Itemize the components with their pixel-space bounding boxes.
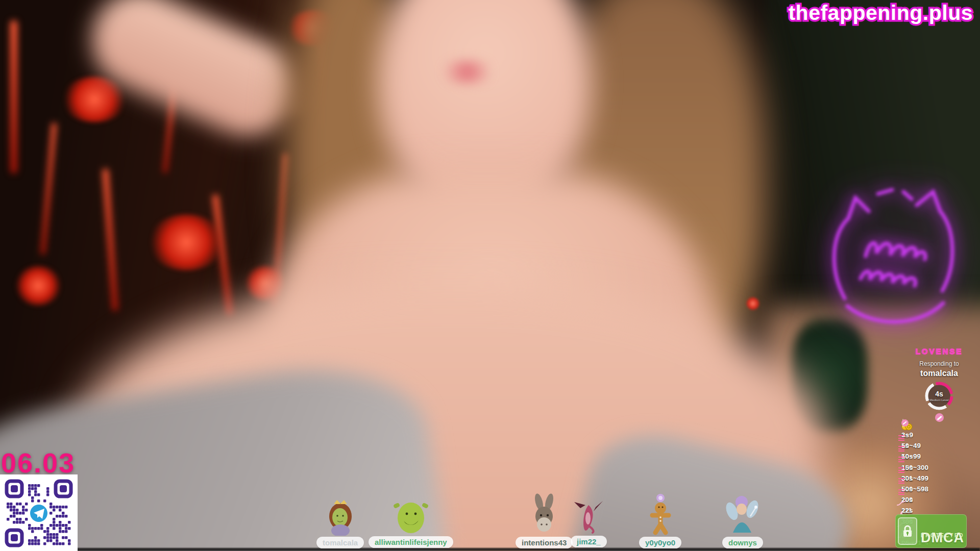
username-pill[interactable]: tomalcala	[316, 537, 364, 548]
username-pill[interactable]: jim22_	[571, 536, 607, 547]
date-overlay: 06.03	[1, 447, 75, 479]
tip-menu-row: 50~99 10s	[901, 451, 976, 462]
tip-menu-header	[901, 416, 976, 430]
chat-user: downys	[722, 494, 763, 548]
responding-username: tomalcala	[920, 369, 958, 378]
timer-sublabel: Medium Level	[925, 398, 953, 402]
username-pill[interactable]: y0y0yo0	[639, 537, 681, 548]
scene-lips-blur	[436, 60, 498, 84]
dmca-subtitle: PROTECTED	[921, 533, 964, 538]
scene-red-bokeh	[15, 265, 61, 306]
timer-value: 4s	[925, 390, 953, 398]
avatar-donkey-icon	[528, 493, 560, 536]
chat-user: jim22_	[571, 499, 607, 547]
avatar-shrek-icon	[391, 497, 430, 535]
lovense-widget: LOVENSE Responding to tomalcala 4s Mediu…	[900, 347, 978, 422]
scene-bottom-edge	[0, 548, 980, 551]
username-pill[interactable]: downys	[722, 537, 763, 548]
chat-user: alliwantinlifeisjenny	[369, 497, 453, 548]
toy-icon	[901, 419, 909, 427]
username-pill[interactable]: intentions43	[516, 537, 573, 548]
scene-red-bokeh	[61, 77, 128, 122]
username-pill[interactable]: alliwantinlifeisjenny	[369, 536, 453, 548]
responding-label: Responding to	[919, 360, 959, 367]
video-frame: thefappening.plus 06.03 LOVENSE Respondi…	[0, 0, 980, 551]
avatar-gingerbread-man-icon	[646, 493, 675, 536]
tip-menu-row: 100 20s	[901, 494, 976, 505]
scene-red-bokeh	[148, 214, 225, 270]
chat-user: intentions43	[516, 493, 573, 548]
avatar-fiona-icon	[324, 499, 357, 536]
qr-code[interactable]	[0, 474, 78, 551]
site-watermark: thefappening.plus	[788, 1, 973, 25]
avatar-dragon-icon	[573, 499, 604, 535]
scene-red-dot	[746, 297, 760, 310]
tip-menu-row: 38 10~50s ❋	[901, 548, 976, 551]
scene-tinsel-streak	[10, 20, 17, 173]
vibration-timer-ring: 4s Medium Level	[925, 382, 953, 410]
telegram-icon	[30, 505, 47, 522]
tip-menu-row: 301~499 30s	[901, 473, 976, 484]
scene-neon-sign	[817, 179, 970, 342]
tip-menu-row: 100~300 15s	[901, 462, 976, 473]
tip-menu-row: 10~49 5s	[901, 440, 976, 451]
avatar-fairy-godmother-icon	[725, 494, 761, 536]
tip-menu-row: 1~9 3s	[901, 430, 976, 440]
padlock-icon	[898, 517, 917, 545]
chat-user: y0y0yo0	[639, 493, 681, 548]
chat-user: tomalcala	[316, 499, 364, 548]
dmca-protected-badge[interactable]: DMCA PROTECTED	[895, 514, 967, 548]
tip-menu-row: 500~598 50s	[901, 484, 976, 494]
lovense-logo: LOVENSE	[916, 347, 963, 356]
